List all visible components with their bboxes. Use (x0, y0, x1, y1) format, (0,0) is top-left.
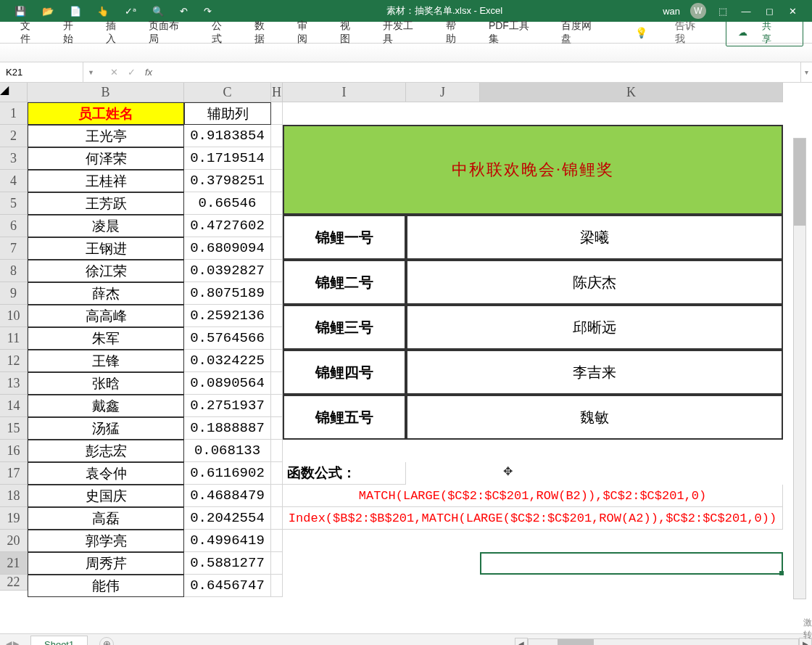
open-icon[interactable]: 📂 (42, 6, 54, 17)
cell[interactable]: 魏敏 (406, 395, 783, 440)
expand-formula-bar-icon[interactable]: ▾ (800, 62, 812, 82)
cell[interactable] (271, 125, 283, 147)
name-box[interactable]: K21 (0, 62, 83, 82)
cell[interactable]: 王芳跃 (28, 192, 184, 215)
share-button[interactable]: ☁ 共享 (726, 19, 803, 46)
col-header-i[interactable]: I (283, 83, 406, 102)
minimize-icon[interactable]: — (740, 6, 753, 17)
cell[interactable]: 陈庆杰 (406, 260, 783, 305)
ribbon-options-icon[interactable]: ⬚ (716, 6, 729, 17)
cell[interactable]: 邱晰远 (406, 305, 783, 350)
row-header-18[interactable]: 18 (0, 485, 28, 507)
cell[interactable]: 徐江荣 (28, 260, 184, 282)
hscroll-thumb[interactable] (558, 639, 594, 646)
cell[interactable]: 0.2042554 (184, 507, 271, 530)
redo-icon[interactable]: ↷ (204, 6, 212, 17)
cell[interactable]: 王光亭 (28, 125, 184, 147)
row-header-4[interactable]: 4 (0, 170, 28, 192)
cell[interactable]: 0.66546 (184, 192, 271, 215)
cell[interactable]: 0.3798251 (184, 170, 271, 192)
cell[interactable]: 0.0392827 (184, 260, 271, 282)
cells-area[interactable]: 员工姓名辅助列王光亭0.9183854何泽荣0.1719514王桂祥0.3798… (28, 102, 783, 633)
tab-developer[interactable]: 开发工具 (371, 20, 434, 46)
username-label[interactable]: wan (663, 6, 680, 17)
row-header-19[interactable]: 19 (0, 507, 28, 530)
cell[interactable] (271, 102, 283, 125)
row-header-12[interactable]: 12 (0, 350, 28, 372)
row-header-5[interactable]: 5 (0, 192, 28, 215)
col-header-k[interactable]: K (480, 83, 783, 102)
spellcheck-icon[interactable]: ✓ᵃ (125, 6, 136, 17)
cell[interactable]: 0.5881277 (184, 552, 271, 575)
vertical-scrollbar[interactable] (793, 138, 806, 599)
cancel-formula-icon[interactable]: ✕ (106, 67, 123, 78)
save-icon[interactable]: 💾 (14, 6, 26, 17)
cell[interactable]: 0.068133 (184, 440, 271, 462)
row-header-16[interactable]: 16 (0, 440, 28, 462)
cell[interactable]: 汤猛 (28, 417, 184, 440)
undo-icon[interactable]: ↶ (180, 6, 188, 17)
row-header-11[interactable]: 11 (0, 327, 28, 350)
cell[interactable] (271, 395, 283, 417)
cell[interactable] (271, 327, 283, 350)
cell[interactable] (271, 552, 283, 575)
tab-help[interactable]: 帮助 (434, 20, 477, 46)
cell[interactable]: 0.2751937 (184, 395, 271, 417)
row-header-21[interactable]: 21 (0, 552, 28, 575)
cell[interactable]: 梁曦 (406, 215, 783, 260)
cell[interactable]: 0.9183854 (184, 125, 271, 147)
row-header-13[interactable]: 13 (0, 372, 28, 395)
cell[interactable]: 锦鲤四号 (283, 350, 406, 395)
tab-baidu[interactable]: 百度网盘 (550, 20, 612, 46)
cell[interactable]: 王桂祥 (28, 170, 184, 192)
cell[interactable]: 锦鲤一号 (283, 215, 406, 260)
row-header-9[interactable]: 9 (0, 282, 28, 305)
tab-review[interactable]: 审阅 (286, 20, 328, 46)
hscroll-left-icon[interactable]: ◀ (515, 638, 528, 646)
cell[interactable]: 函数公式： (283, 462, 406, 485)
cell[interactable] (271, 485, 283, 507)
cell[interactable]: 0.0890564 (184, 372, 271, 395)
fx-icon[interactable]: fx (141, 67, 157, 78)
cell[interactable]: 0.6116902 (184, 462, 271, 485)
row-header-8[interactable]: 8 (0, 260, 28, 282)
cell[interactable]: 王锋 (28, 350, 184, 372)
row-header-2[interactable]: 2 (0, 125, 28, 147)
preview-icon[interactable]: 🔍 (152, 6, 164, 17)
cell[interactable]: 彭志宏 (28, 440, 184, 462)
cell[interactable]: 戴鑫 (28, 395, 184, 417)
cell[interactable]: 朱军 (28, 327, 184, 350)
cell[interactable]: 王钢进 (28, 237, 184, 260)
cell[interactable]: 锦鲤五号 (283, 395, 406, 440)
cell[interactable]: 辅助列 (184, 102, 271, 125)
col-header-b[interactable]: B (28, 83, 184, 102)
cell[interactable]: 张晗 (28, 372, 184, 395)
cell[interactable] (271, 147, 283, 170)
cell[interactable] (271, 170, 283, 192)
col-header-j[interactable]: J (406, 83, 480, 102)
cell[interactable] (271, 305, 283, 327)
close-icon[interactable]: ✕ (786, 6, 799, 17)
row-header-1[interactable]: 1 (0, 102, 28, 125)
cell[interactable] (271, 530, 283, 552)
horizontal-scrollbar[interactable]: ◀ ▶ (515, 638, 812, 646)
row-header-14[interactable]: 14 (0, 395, 28, 417)
tab-layout[interactable]: 页面布局 (137, 20, 199, 46)
cell[interactable]: 0.6456747 (184, 575, 271, 597)
accept-formula-icon[interactable]: ✓ (123, 67, 141, 78)
hscroll-track[interactable] (528, 638, 799, 646)
cell[interactable]: MATCH(LARGE($C$2:$C$201,ROW(B2)),$C$2:$C… (283, 485, 783, 507)
tab-insert[interactable]: 插入 (94, 20, 137, 46)
cell[interactable]: 0.6809094 (184, 237, 271, 260)
cell[interactable] (271, 372, 283, 395)
cell[interactable]: 周秀芹 (28, 552, 184, 575)
col-header-c[interactable]: C (184, 83, 271, 102)
name-box-dropdown-icon[interactable]: ▼ (83, 69, 99, 76)
cell[interactable]: Index($B$2:$B$201,MATCH(LARGE($C$2:$C$20… (283, 507, 783, 530)
tab-data[interactable]: 数据 (243, 20, 286, 46)
vscroll-thumb[interactable] (794, 139, 805, 226)
sheet-tab[interactable]: Sheet1 (30, 636, 88, 646)
cell[interactable]: 0.1888887 (184, 417, 271, 440)
row-header-15[interactable]: 15 (0, 417, 28, 440)
cell[interactable]: 袁令仲 (28, 462, 184, 485)
